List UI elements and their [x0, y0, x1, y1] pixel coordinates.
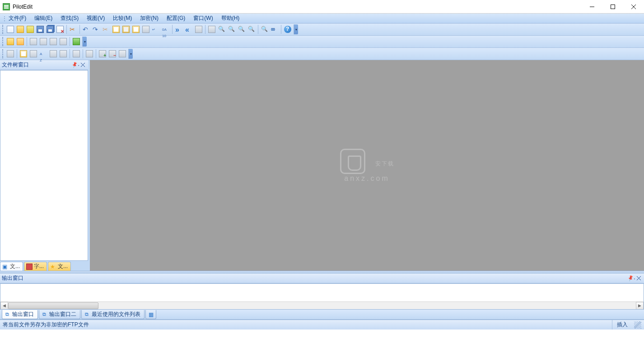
new-file-button[interactable] — [5, 24, 15, 34]
toolbar3-grip[interactable] — [2, 49, 4, 58]
sep — [205, 25, 205, 34]
sep — [70, 37, 70, 46]
help-button[interactable] — [283, 24, 293, 34]
output-body[interactable]: ◀ ▶ — [0, 283, 644, 310]
ftp-save-button[interactable] — [15, 37, 25, 47]
add-icon — [99, 50, 106, 57]
resize-grip[interactable] — [634, 321, 641, 329]
output-pin-button[interactable] — [628, 275, 635, 282]
output-tab-grid[interactable] — [145, 310, 156, 319]
sidebar-tab-char-label: 字... — [34, 263, 44, 270]
goto-line-button[interactable] — [194, 24, 204, 34]
indent-button[interactable] — [48, 49, 58, 59]
app-title: PilotEdit — [13, 4, 33, 10]
menu-edit[interactable]: 编辑(E) — [30, 14, 56, 23]
file-tree-body[interactable] — [0, 70, 88, 261]
sort-button[interactable]: AZ — [38, 49, 48, 59]
toolbar1-overflow[interactable] — [294, 24, 298, 34]
sidebar-tab-file-label: 文... — [10, 263, 20, 270]
status-bar: 将当前文件另存为非加密的FTP文件 插入 — [0, 320, 644, 330]
output-close-button[interactable] — [635, 275, 642, 282]
add-button[interactable] — [98, 49, 107, 59]
sidebar-tab-file[interactable]: 文... — [0, 262, 23, 271]
sidebar-tab-char[interactable]: 字... — [24, 262, 47, 271]
find-in-files-button[interactable] — [247, 24, 257, 34]
toolbar1-grip[interactable] — [2, 25, 4, 34]
menu-encrypt[interactable]: 加密(N) — [136, 14, 163, 23]
goto-next-button[interactable] — [174, 24, 184, 34]
sidebar-tab-fav[interactable]: 文... — [48, 262, 71, 271]
pin-button[interactable] — [72, 61, 79, 69]
output-tab-2[interactable]: 输出窗口二 — [39, 310, 80, 319]
menu-file[interactable]: 文件(F) — [5, 14, 30, 23]
collapse-button[interactable] — [71, 49, 81, 59]
bookmark-button[interactable] — [260, 24, 270, 34]
output-tab-recent[interactable]: 最近使用的文件列表 — [81, 310, 145, 319]
output-hscrollbar[interactable]: ◀ ▶ — [0, 301, 644, 309]
app-icon — [3, 3, 10, 10]
redo-button[interactable] — [91, 24, 101, 34]
sync-button[interactable] — [58, 37, 68, 47]
merge-button[interactable] — [48, 37, 58, 47]
refresh-icon — [30, 50, 37, 57]
open-folder-icon — [27, 26, 34, 33]
paste-button[interactable] — [121, 24, 131, 34]
scroll-track[interactable] — [8, 302, 636, 310]
cut2-button[interactable] — [101, 24, 111, 34]
run-script-button[interactable] — [71, 37, 81, 47]
ftp-save-icon — [17, 38, 24, 45]
menu-window[interactable]: 窗口(W) — [189, 14, 217, 23]
hex-button[interactable]: 0A10 — [161, 24, 171, 34]
menu-config[interactable]: 配置(G) — [163, 14, 189, 23]
output-tab-1[interactable]: 输出窗口 — [2, 310, 38, 319]
scroll-left-button[interactable]: ◀ — [0, 302, 8, 310]
find-next-button[interactable] — [227, 24, 237, 34]
refresh-button[interactable] — [28, 49, 38, 59]
sidebar-tab-fav-label: 文... — [58, 263, 68, 270]
paste-col-button[interactable] — [131, 24, 141, 34]
undo-button[interactable] — [81, 24, 91, 34]
close-file-button[interactable] — [55, 24, 65, 34]
compare-folders-button[interactable] — [38, 37, 48, 47]
toolbar2-grip[interactable] — [2, 37, 4, 46]
save-button[interactable] — [35, 24, 45, 34]
ftp-open-button[interactable] — [5, 37, 15, 47]
maximize-button[interactable] — [602, 0, 623, 14]
word-wrap-button[interactable]: ↵ — [151, 24, 161, 34]
panel-close-button[interactable] — [79, 61, 86, 69]
scroll-right-button[interactable]: ▶ — [636, 302, 644, 310]
toolbar-ftp — [0, 36, 644, 48]
expand-button[interactable] — [84, 49, 94, 59]
close-button[interactable] — [623, 0, 644, 14]
output-tabs: 输出窗口 输出窗口二 最近使用的文件列表 — [0, 310, 644, 320]
cut-button[interactable] — [68, 24, 78, 34]
outdent-button[interactable] — [58, 49, 68, 59]
menu-help[interactable]: 帮助(H) — [217, 14, 244, 23]
open-file-button[interactable] — [15, 24, 25, 34]
replace-button[interactable] — [237, 24, 247, 34]
menu-view[interactable]: 视图(V) — [83, 14, 109, 23]
file-tree-title: 文件树窗口 — [2, 61, 29, 69]
remove-button[interactable] — [107, 49, 117, 59]
tree-button[interactable] — [5, 49, 15, 59]
select-line-button[interactable] — [141, 24, 151, 34]
toolbar3-overflow[interactable] — [128, 49, 133, 59]
output-tab-icon — [4, 311, 10, 318]
scroll-thumb[interactable] — [8, 302, 98, 309]
copy-path-button[interactable] — [19, 49, 28, 59]
options-button[interactable] — [117, 49, 127, 59]
open-folder-button[interactable] — [25, 24, 35, 34]
find-button[interactable] — [207, 24, 217, 34]
find-prev-button[interactable] — [217, 24, 227, 34]
minimize-button[interactable] — [582, 0, 602, 14]
line-number-button[interactable]: 00 — [270, 24, 280, 34]
save-all-button[interactable] — [45, 24, 55, 34]
menu-compare[interactable]: 比较(M) — [109, 14, 136, 23]
undo-icon — [83, 26, 90, 33]
copy-button[interactable] — [111, 24, 121, 34]
toolbar2-overflow[interactable] — [82, 37, 87, 47]
menu-find[interactable]: 查找(S) — [56, 14, 83, 23]
word-wrap-icon: ↵ — [152, 26, 159, 33]
goto-prev-button[interactable] — [184, 24, 194, 34]
compare-files-button[interactable] — [28, 37, 38, 47]
